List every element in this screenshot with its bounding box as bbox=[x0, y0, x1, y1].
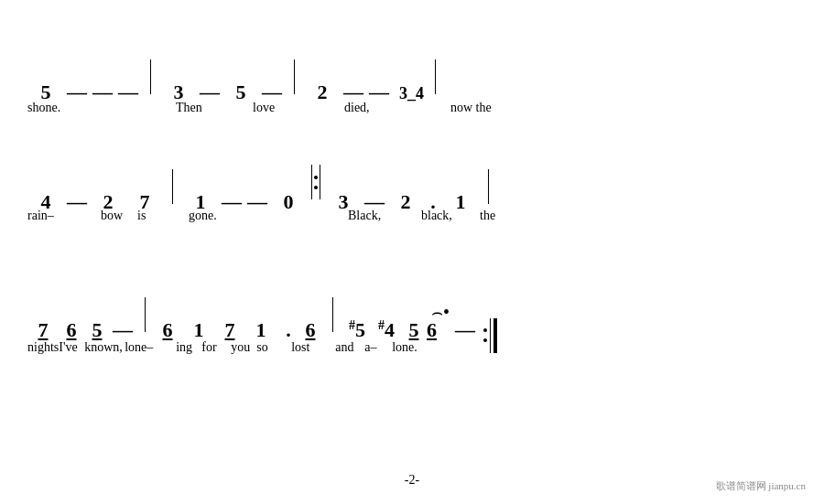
lyric: black, bbox=[421, 209, 465, 223]
note: 7 bbox=[27, 318, 59, 342]
row3-lyrics: nights I've known, lone– ing for you so … bbox=[27, 340, 797, 355]
barline bbox=[488, 169, 489, 204]
lyric: a– bbox=[364, 340, 392, 355]
row1-notes: 5 — — — 3 — 5 — 2 — — 3_4 bbox=[27, 64, 797, 104]
watermark: 歌谱简谱网 jianpu.cn bbox=[716, 479, 806, 493]
page: 5 — — — 3 — 5 — 2 — — 3_4 shone. bbox=[0, 0, 824, 504]
note-sharp5: #5 bbox=[342, 318, 372, 342]
note: 5 bbox=[401, 318, 427, 342]
lyric: love bbox=[253, 101, 297, 115]
lyric: and bbox=[335, 340, 364, 355]
barline bbox=[150, 59, 151, 94]
barline bbox=[294, 59, 295, 94]
lyric: shone. bbox=[27, 101, 68, 115]
note: 5 bbox=[84, 318, 110, 342]
lyric: now the bbox=[450, 101, 502, 115]
repeat-barline bbox=[311, 169, 320, 204]
duration-dot: . bbox=[279, 318, 298, 342]
dash: — bbox=[110, 318, 136, 342]
lyric: known, bbox=[84, 340, 125, 355]
barline bbox=[332, 297, 333, 332]
barline bbox=[435, 59, 436, 94]
row2-lyrics: rain– bow is gone. Black, black, the bbox=[27, 209, 797, 223]
note-sharp4: #4 bbox=[372, 318, 401, 342]
note: 6 bbox=[298, 318, 323, 342]
barline bbox=[145, 297, 146, 332]
lyric: you bbox=[231, 340, 256, 355]
lyric: nights bbox=[27, 340, 59, 355]
lyric: for bbox=[201, 340, 231, 355]
note: 1 bbox=[243, 318, 279, 342]
lyric: ing bbox=[176, 340, 201, 355]
lyric: Then bbox=[176, 101, 220, 115]
lyric: rain– bbox=[27, 209, 68, 223]
note: 6 bbox=[155, 318, 180, 342]
row1-lyrics: shone. Then love died, now the bbox=[27, 101, 797, 115]
dash: — bbox=[454, 318, 476, 342]
barline bbox=[172, 169, 173, 204]
lyric: lone– bbox=[125, 340, 157, 355]
lyric: is bbox=[137, 209, 170, 223]
note: 1 bbox=[180, 318, 217, 342]
lyric: died, bbox=[344, 101, 388, 115]
lyric: lone. bbox=[392, 340, 425, 355]
lyric: gone. bbox=[189, 209, 229, 223]
page-number: -2- bbox=[405, 473, 419, 488]
lyric: I've bbox=[59, 340, 84, 355]
lyric: bow bbox=[101, 209, 137, 223]
note-fermata: ⌢• 6 bbox=[427, 318, 454, 342]
note: 7 bbox=[217, 318, 243, 342]
note: 6 bbox=[59, 318, 84, 342]
lyric: so bbox=[256, 340, 278, 355]
lyric: the bbox=[480, 209, 516, 223]
lyric: lost bbox=[291, 340, 317, 355]
lyric: Black, bbox=[348, 209, 392, 223]
